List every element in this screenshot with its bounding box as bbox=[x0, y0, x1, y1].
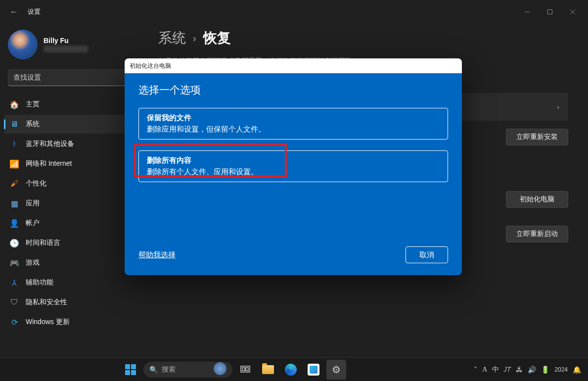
sidebar-item-7[interactable]: 🕒时间和语言 bbox=[4, 234, 144, 252]
close-button[interactable] bbox=[561, 4, 584, 20]
svg-rect-4 bbox=[125, 364, 130, 369]
reinstall-button[interactable]: 立即重新安装 bbox=[506, 129, 568, 145]
network-icon[interactable]: 🖧 bbox=[516, 366, 523, 374]
svg-rect-5 bbox=[131, 364, 136, 369]
nav-label: 游戏 bbox=[26, 258, 40, 267]
chevron-right-icon: › bbox=[193, 33, 196, 44]
chevron-right-icon: › bbox=[557, 103, 559, 111]
search-placeholder: 查找设置 bbox=[13, 73, 41, 82]
nav-label: 网络和 Internet bbox=[26, 159, 72, 168]
nav-label: 蓝牙和其他设备 bbox=[26, 140, 74, 148]
back-button[interactable]: ← bbox=[4, 7, 24, 16]
nav-icon: 🏠 bbox=[10, 100, 19, 109]
sidebar-item-4[interactable]: 🖌个性化 bbox=[4, 174, 144, 193]
option-remove-everything-desc: 删除所有个人文件、应用和设置。 bbox=[147, 167, 440, 177]
option-keep-files-title: 保留我的文件 bbox=[147, 113, 440, 123]
reset-pc-dialog: 初始化这台电脑 选择一个选项 保留我的文件 删除应用和设置，但保留个人文件。 删… bbox=[125, 58, 462, 275]
nav-icon: ⟳ bbox=[10, 318, 19, 327]
sidebar-item-2[interactable]: ᚼ蓝牙和其他设备 bbox=[4, 135, 144, 153]
nav-icon: 🕒 bbox=[10, 238, 19, 247]
volume-icon[interactable]: 🔊 bbox=[528, 366, 536, 374]
maximize-button[interactable] bbox=[539, 4, 561, 20]
taskbar-search-label: 搜索 bbox=[162, 365, 176, 374]
profile-block[interactable]: Billy Fu bbox=[4, 28, 144, 69]
tray-clock-year[interactable]: 2024 bbox=[554, 366, 568, 373]
nav-icon: 🎮 bbox=[10, 258, 19, 267]
minimize-button[interactable] bbox=[516, 4, 539, 20]
dialog-titlebar: 初始化这台电脑 bbox=[125, 58, 462, 73]
svg-rect-1 bbox=[548, 10, 552, 14]
search-icon: 🔍 bbox=[149, 366, 158, 374]
nav-label: 帐户 bbox=[26, 219, 40, 228]
breadcrumb: 系统 › 恢复 bbox=[158, 29, 568, 48]
system-tray[interactable]: ˄ A 中 𝘑𝘛 🖧 🔊 🔋 2024 🔔 bbox=[467, 365, 588, 374]
svg-rect-6 bbox=[125, 370, 130, 375]
edge-browser-icon[interactable] bbox=[281, 360, 301, 380]
nav-label: 个性化 bbox=[26, 179, 46, 188]
nav-icon: 🖥 bbox=[10, 120, 19, 129]
svg-rect-7 bbox=[131, 370, 136, 375]
sidebar-item-6[interactable]: 👤帐户 bbox=[4, 214, 144, 233]
sidebar-item-1[interactable]: 🖥系统 bbox=[4, 115, 144, 134]
sidebar-item-10[interactable]: 🛡隐私和安全性 bbox=[4, 293, 144, 312]
nav-label: Windows 更新 bbox=[26, 318, 70, 327]
battery-icon[interactable]: 🔋 bbox=[541, 366, 549, 374]
task-view-button[interactable] bbox=[235, 360, 255, 380]
option-keep-files-desc: 删除应用和设置，但保留个人文件。 bbox=[147, 125, 440, 134]
nav-icon: ⅄ bbox=[10, 278, 19, 287]
sidebar-item-5[interactable]: ▦应用 bbox=[4, 194, 144, 213]
tray-unknown-icon[interactable]: 𝘑𝘛 bbox=[504, 365, 511, 374]
sidebar-item-8[interactable]: 🎮游戏 bbox=[4, 253, 144, 272]
svg-rect-9 bbox=[242, 368, 245, 371]
avatar bbox=[8, 30, 38, 59]
nav-icon: 📶 bbox=[10, 159, 19, 168]
svg-rect-10 bbox=[246, 368, 248, 371]
window-controls bbox=[516, 4, 584, 20]
nav-label: 隐私和安全性 bbox=[26, 298, 67, 307]
start-button[interactable] bbox=[121, 360, 140, 380]
option-remove-everything[interactable]: 删除所有内容 删除所有个人文件、应用和设置。 bbox=[138, 150, 448, 182]
microsoft-store-icon[interactable] bbox=[304, 360, 323, 380]
tray-ime-indicator[interactable]: 中 bbox=[492, 365, 499, 374]
tray-input-indicator[interactable]: A bbox=[482, 366, 487, 374]
nav-icon: 👤 bbox=[10, 219, 19, 228]
profile-email-blurred bbox=[44, 46, 88, 52]
sidebar-item-11[interactable]: ⟳Windows 更新 bbox=[4, 313, 144, 332]
settings-app-icon[interactable]: ⚙ bbox=[326, 360, 346, 380]
chevron-up-icon[interactable]: ˄ bbox=[474, 366, 477, 374]
titlebar: ← 设置 bbox=[0, 0, 588, 24]
taskbar-search[interactable]: 🔍 搜索 bbox=[143, 362, 232, 378]
nav-icon: ▦ bbox=[10, 199, 19, 208]
notifications-icon[interactable]: 🔔 bbox=[573, 366, 581, 374]
dialog-heading: 选择一个选项 bbox=[138, 83, 448, 97]
taskbar: 🔍 搜索 ⚙ ˄ A 中 𝘑𝘛 🖧 🔊 🔋 2024 🔔 bbox=[0, 357, 588, 381]
window-title: 设置 bbox=[28, 7, 41, 16]
file-explorer-icon[interactable] bbox=[258, 360, 278, 380]
option-keep-files[interactable]: 保留我的文件 删除应用和设置，但保留个人文件。 bbox=[138, 108, 448, 140]
nav-icon: 🛡 bbox=[10, 298, 19, 307]
search-decoration-icon bbox=[214, 362, 226, 377]
gear-icon: ⚙ bbox=[332, 364, 341, 376]
cancel-button[interactable]: 取消 bbox=[406, 246, 448, 263]
option-remove-everything-title: 删除所有内容 bbox=[147, 156, 440, 165]
nav-label: 辅助功能 bbox=[26, 278, 53, 287]
nav-icon: ᚼ bbox=[10, 140, 19, 148]
search-input[interactable]: 查找设置 🔍 bbox=[8, 69, 140, 86]
nav-label: 时间和语言 bbox=[26, 238, 60, 247]
nav-label: 主页 bbox=[26, 100, 40, 109]
breadcrumb-current: 恢复 bbox=[203, 29, 231, 48]
sidebar-item-0[interactable]: 🏠主页 bbox=[4, 95, 144, 114]
nav-label: 系统 bbox=[26, 120, 40, 129]
help-me-choose-link[interactable]: 帮助我选择 bbox=[138, 250, 176, 260]
reset-pc-button[interactable]: 初始化电脑 bbox=[506, 191, 568, 208]
nav-label: 应用 bbox=[26, 199, 40, 208]
nav-icon: 🖌 bbox=[10, 179, 19, 188]
sidebar-item-3[interactable]: 📶网络和 Internet bbox=[4, 154, 144, 173]
restart-now-button[interactable]: 立即重新启动 bbox=[506, 226, 568, 242]
sidebar-item-9[interactable]: ⅄辅助功能 bbox=[4, 273, 144, 292]
profile-name: Billy Fu bbox=[44, 37, 88, 45]
breadcrumb-root[interactable]: 系统 bbox=[158, 29, 186, 48]
nav-list: 🏠主页🖥系统ᚼ蓝牙和其他设备📶网络和 Internet🖌个性化▦应用👤帐户🕒时间… bbox=[4, 95, 144, 332]
